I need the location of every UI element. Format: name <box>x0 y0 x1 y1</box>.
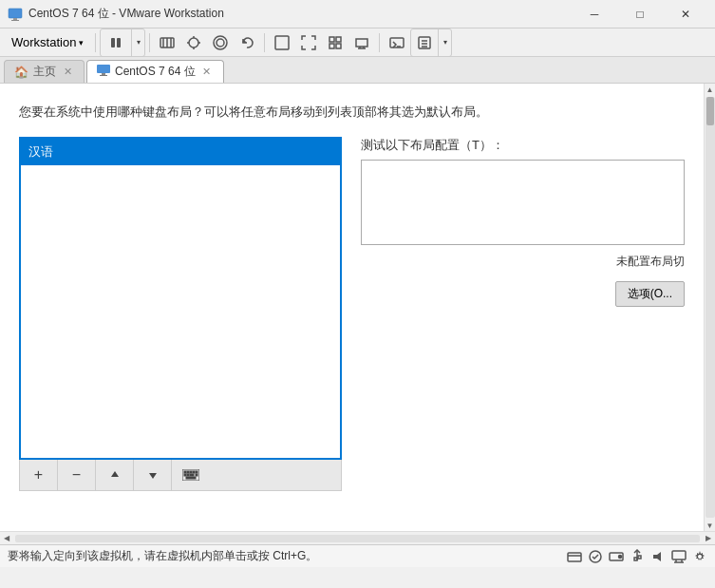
svg-point-10 <box>216 39 224 47</box>
audio-status-icon[interactable] <box>650 549 666 564</box>
horizontal-scrollbar[interactable]: ◀ ▶ <box>0 531 715 544</box>
full-screen-button[interactable] <box>295 29 322 56</box>
display-status-icon[interactable] <box>671 549 687 564</box>
settings-btn-group: ▾ <box>410 28 452 57</box>
svg-rect-13 <box>329 37 334 42</box>
svg-rect-36 <box>193 471 195 473</box>
svg-rect-39 <box>187 474 189 476</box>
unconfigured-text: 未配置布局切 <box>361 254 685 270</box>
svg-marker-30 <box>111 471 119 477</box>
workstation-menu-label: Workstation <box>11 35 76 49</box>
svg-marker-31 <box>149 473 157 479</box>
send-ctrl-alt-del-button[interactable] <box>154 29 180 56</box>
revert-button[interactable] <box>234 29 260 56</box>
svg-rect-28 <box>102 73 105 75</box>
svg-rect-35 <box>190 471 192 473</box>
svg-rect-42 <box>186 477 196 479</box>
menu-sep-1 <box>95 33 96 52</box>
h-scroll-track[interactable] <box>15 535 700 542</box>
minimize-button[interactable]: ─ <box>573 0 616 28</box>
svg-rect-37 <box>196 471 198 473</box>
hdd-status-icon[interactable] <box>609 549 624 564</box>
svg-rect-16 <box>336 44 341 48</box>
usb-status-icon[interactable] <box>630 549 645 564</box>
window-controls: ─ □ ✕ <box>573 0 707 28</box>
test-label: 测试以下布局配置（T）： <box>361 137 685 154</box>
svg-rect-40 <box>190 474 194 476</box>
layout-item-chinese[interactable]: 汉语 <box>21 139 340 165</box>
svg-rect-50 <box>638 556 641 559</box>
svg-rect-27 <box>97 65 110 73</box>
svg-rect-43 <box>568 553 581 561</box>
keyboard-preview-button[interactable] <box>172 460 210 490</box>
settings-status-icon[interactable] <box>692 549 707 564</box>
move-up-button[interactable] <box>96 460 134 490</box>
scroll-up-arrow[interactable]: ▲ <box>705 84 716 95</box>
vertical-scrollbar[interactable]: ▲ ▼ <box>704 84 715 531</box>
list-toolbar: + − <box>19 460 342 491</box>
tab-home[interactable]: 🏠 主页 ✕ <box>4 60 85 83</box>
keyboard-layout-listbox[interactable]: 汉语 <box>19 137 342 460</box>
pause-dropdown-button[interactable]: ▾ <box>131 29 144 56</box>
workstation-dropdown-icon: ▾ <box>79 38 84 47</box>
tab-home-label: 主页 <box>33 64 56 80</box>
status-bar: 要将输入定向到该虚拟机，请在虚拟机内部单击或按 Ctrl+G。 <box>0 544 715 567</box>
svg-rect-34 <box>187 471 189 473</box>
svg-rect-38 <box>184 474 186 476</box>
svg-rect-3 <box>111 38 115 47</box>
unity-button[interactable] <box>322 29 348 56</box>
scroll-thumb[interactable] <box>706 97 714 125</box>
test-textarea[interactable] <box>361 160 685 245</box>
tab-centos-close[interactable]: ✕ <box>200 66 214 79</box>
network-status-icon[interactable] <box>567 549 582 564</box>
svg-rect-2 <box>11 20 19 21</box>
scale-button[interactable] <box>348 29 375 56</box>
svg-marker-51 <box>653 552 661 561</box>
tab-centos[interactable]: CentOS 7 64 位 ✕ <box>86 60 224 83</box>
vm-status-icon[interactable] <box>588 549 603 564</box>
menu-bar: Workstation ▾ ▾ <box>0 28 715 57</box>
title-bar: CentOS 7 64 位 - VMware Workstation ─ □ ✕ <box>0 0 715 28</box>
svg-rect-4 <box>117 38 121 47</box>
console-button[interactable] <box>384 29 410 56</box>
layout-row: 汉语 + − <box>19 137 685 491</box>
svg-rect-14 <box>336 37 341 42</box>
close-button[interactable]: ✕ <box>664 0 707 28</box>
settings-button[interactable] <box>411 29 438 56</box>
move-down-button[interactable] <box>134 460 172 490</box>
options-button[interactable]: 选项(O... <box>615 281 685 307</box>
svg-rect-17 <box>356 39 367 47</box>
svg-rect-49 <box>634 558 637 560</box>
pause-button[interactable] <box>101 29 131 56</box>
snapshot-button[interactable] <box>180 29 207 56</box>
page-description: 您要在系统中使用哪种键盘布局？可以将任意布局移动到列表顶部将其选为默认布局。 <box>19 103 685 122</box>
svg-rect-15 <box>329 44 334 48</box>
remove-layout-button[interactable]: − <box>58 460 96 490</box>
scroll-right-arrow[interactable]: ▶ <box>702 532 715 545</box>
add-layout-button[interactable]: + <box>20 460 58 490</box>
vm-icon <box>97 65 110 79</box>
snapshot-manager-button[interactable] <box>207 29 234 56</box>
svg-point-47 <box>619 555 622 558</box>
status-message: 要将输入定向到该虚拟机，请在虚拟机内部单击或按 Ctrl+G。 <box>8 548 317 564</box>
scroll-left-arrow[interactable]: ◀ <box>0 532 13 545</box>
svg-point-11 <box>214 36 227 49</box>
layout-test-panel: 测试以下布局配置（T）： 未配置布局切 选项(O... <box>361 137 685 491</box>
maximize-button[interactable]: □ <box>618 0 662 28</box>
normal-view-button[interactable] <box>269 29 295 56</box>
svg-rect-0 <box>9 9 22 18</box>
layout-list-panel: 汉语 + − <box>19 137 342 491</box>
status-right-icons <box>567 549 707 564</box>
tab-home-close[interactable]: ✕ <box>61 66 74 79</box>
svg-point-57 <box>698 555 702 559</box>
svg-rect-52 <box>672 551 686 560</box>
workstation-menu[interactable]: Workstation ▾ <box>4 31 91 53</box>
content-area: 您要在系统中使用哪种键盘布局？可以将任意布局移动到列表顶部将其选为默认布局。 汉… <box>0 84 715 531</box>
svg-rect-41 <box>196 474 198 476</box>
scroll-track[interactable] <box>706 97 715 518</box>
settings-dropdown-button[interactable]: ▾ <box>438 29 451 56</box>
menu-sep-4 <box>379 33 380 52</box>
svg-rect-1 <box>13 18 17 20</box>
page-content: 您要在系统中使用哪种键盘布局？可以将任意布局移动到列表顶部将其选为默认布局。 汉… <box>0 84 704 531</box>
scroll-down-arrow[interactable]: ▼ <box>705 520 716 531</box>
